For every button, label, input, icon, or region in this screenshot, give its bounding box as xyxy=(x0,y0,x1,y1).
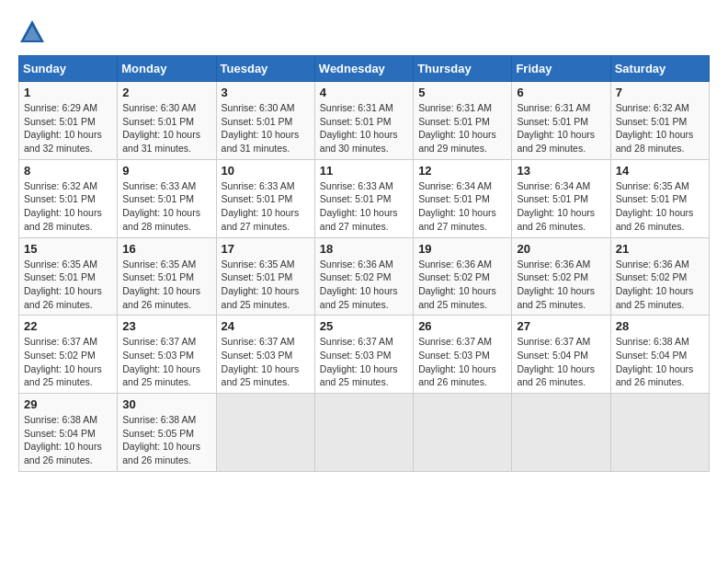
day-info: Sunrise: 6:38 AM Sunset: 5:04 PM Dayligh… xyxy=(24,413,112,467)
sunset-label: Sunset: 5:01 PM xyxy=(24,271,96,282)
header-sunday: Sunday xyxy=(19,56,118,82)
day-cell-7: 7 Sunrise: 6:32 AM Sunset: 5:01 PM Dayli… xyxy=(610,82,709,160)
sunrise-label: Sunrise: 6:33 AM xyxy=(122,180,196,191)
sunset-label: Sunset: 5:01 PM xyxy=(418,193,490,204)
day-number: 1 xyxy=(24,86,112,99)
daylight-label: Daylight: 10 hours and 28 minutes. xyxy=(616,129,694,154)
header xyxy=(18,18,710,46)
daylight-label: Daylight: 10 hours and 25 minutes. xyxy=(222,285,300,310)
day-number: 19 xyxy=(418,242,506,256)
day-number: 28 xyxy=(616,319,704,333)
day-info: Sunrise: 6:37 AM Sunset: 5:03 PM Dayligh… xyxy=(418,335,506,389)
sunrise-label: Sunrise: 6:35 AM xyxy=(122,259,196,270)
sunrise-label: Sunrise: 6:35 AM xyxy=(616,180,689,191)
day-info: Sunrise: 6:35 AM Sunset: 5:01 PM Dayligh… xyxy=(616,179,704,234)
day-number: 29 xyxy=(24,397,112,411)
daylight-label: Daylight: 10 hours and 25 minutes. xyxy=(320,285,398,310)
day-info: Sunrise: 6:29 AM Sunset: 5:01 PM Dayligh… xyxy=(24,101,112,155)
day-info: Sunrise: 6:37 AM Sunset: 5:03 PM Dayligh… xyxy=(222,335,310,389)
day-info: Sunrise: 6:37 AM Sunset: 5:03 PM Dayligh… xyxy=(122,335,210,389)
day-cell-29: 29 Sunrise: 6:38 AM Sunset: 5:04 PM Dayl… xyxy=(19,394,118,472)
sunset-label: Sunset: 5:01 PM xyxy=(24,116,96,127)
sunset-label: Sunset: 5:03 PM xyxy=(222,350,293,361)
empty-cell xyxy=(414,394,512,472)
calendar-header: SundayMondayTuesdayWednesdayThursdayFrid… xyxy=(19,56,710,82)
daylight-label: Daylight: 10 hours and 31 minutes. xyxy=(222,129,300,154)
day-info: Sunrise: 6:35 AM Sunset: 5:01 PM Dayligh… xyxy=(222,258,310,312)
day-number: 25 xyxy=(320,319,408,333)
sunrise-label: Sunrise: 6:34 AM xyxy=(517,180,590,191)
empty-cell xyxy=(314,394,413,472)
sunset-label: Sunset: 5:01 PM xyxy=(616,193,688,204)
week-row-2: 8 Sunrise: 6:32 AM Sunset: 5:01 PM Dayli… xyxy=(19,159,710,237)
day-number: 17 xyxy=(222,242,310,256)
sunrise-label: Sunrise: 6:30 AM xyxy=(222,102,295,113)
day-number: 21 xyxy=(616,242,704,256)
logo xyxy=(18,18,51,46)
header-wednesday: Wednesday xyxy=(314,56,413,82)
day-cell-9: 9 Sunrise: 6:33 AM Sunset: 5:01 PM Dayli… xyxy=(118,159,216,237)
sunset-label: Sunset: 5:01 PM xyxy=(320,193,392,204)
day-cell-28: 28 Sunrise: 6:38 AM Sunset: 5:04 PM Dayl… xyxy=(610,316,709,394)
sunrise-label: Sunrise: 6:37 AM xyxy=(222,336,295,347)
sunset-label: Sunset: 5:02 PM xyxy=(517,271,588,282)
day-number: 27 xyxy=(517,319,605,333)
day-number: 14 xyxy=(616,164,704,178)
daylight-label: Daylight: 10 hours and 27 minutes. xyxy=(222,207,300,232)
calendar-body: 1 Sunrise: 6:29 AM Sunset: 5:01 PM Dayli… xyxy=(19,82,710,472)
day-cell-1: 1 Sunrise: 6:29 AM Sunset: 5:01 PM Dayli… xyxy=(19,82,118,160)
day-cell-24: 24 Sunrise: 6:37 AM Sunset: 5:03 PM Dayl… xyxy=(216,316,314,394)
day-info: Sunrise: 6:37 AM Sunset: 5:03 PM Dayligh… xyxy=(320,335,408,389)
empty-cell xyxy=(610,394,709,472)
sunrise-label: Sunrise: 6:29 AM xyxy=(24,102,97,113)
sunset-label: Sunset: 5:02 PM xyxy=(616,271,688,282)
day-info: Sunrise: 6:30 AM Sunset: 5:01 PM Dayligh… xyxy=(122,101,210,155)
sunrise-label: Sunrise: 6:37 AM xyxy=(418,336,492,347)
day-info: Sunrise: 6:35 AM Sunset: 5:01 PM Dayligh… xyxy=(24,258,112,312)
sunrise-label: Sunrise: 6:36 AM xyxy=(616,259,689,270)
sunset-label: Sunset: 5:01 PM xyxy=(24,193,96,204)
header-row: SundayMondayTuesdayWednesdayThursdayFrid… xyxy=(19,56,710,82)
sunrise-label: Sunrise: 6:31 AM xyxy=(517,102,590,113)
day-info: Sunrise: 6:38 AM Sunset: 5:04 PM Dayligh… xyxy=(616,335,704,389)
daylight-label: Daylight: 10 hours and 28 minutes. xyxy=(24,207,102,232)
header-thursday: Thursday xyxy=(414,56,512,82)
day-info: Sunrise: 6:32 AM Sunset: 5:01 PM Dayligh… xyxy=(24,179,112,234)
day-number: 2 xyxy=(122,86,210,99)
day-cell-13: 13 Sunrise: 6:34 AM Sunset: 5:01 PM Dayl… xyxy=(512,159,610,237)
day-number: 26 xyxy=(418,319,506,333)
day-info: Sunrise: 6:33 AM Sunset: 5:01 PM Dayligh… xyxy=(222,179,310,234)
sunrise-label: Sunrise: 6:35 AM xyxy=(222,259,295,270)
day-cell-4: 4 Sunrise: 6:31 AM Sunset: 5:01 PM Dayli… xyxy=(314,82,413,160)
sunrise-label: Sunrise: 6:37 AM xyxy=(24,336,97,347)
sunrise-label: Sunrise: 6:38 AM xyxy=(24,414,97,425)
sunset-label: Sunset: 5:01 PM xyxy=(320,116,392,127)
daylight-label: Daylight: 10 hours and 31 minutes. xyxy=(122,129,200,154)
sunrise-label: Sunrise: 6:31 AM xyxy=(418,102,492,113)
sunset-label: Sunset: 5:01 PM xyxy=(616,116,688,127)
day-info: Sunrise: 6:32 AM Sunset: 5:01 PM Dayligh… xyxy=(616,101,704,155)
day-cell-14: 14 Sunrise: 6:35 AM Sunset: 5:01 PM Dayl… xyxy=(610,159,709,237)
day-number: 11 xyxy=(320,164,408,178)
day-info: Sunrise: 6:36 AM Sunset: 5:02 PM Dayligh… xyxy=(517,258,605,312)
sunset-label: Sunset: 5:01 PM xyxy=(122,116,194,127)
sunrise-label: Sunrise: 6:35 AM xyxy=(24,259,97,270)
day-number: 8 xyxy=(24,164,112,178)
day-info: Sunrise: 6:34 AM Sunset: 5:01 PM Dayligh… xyxy=(517,179,605,234)
sunrise-label: Sunrise: 6:31 AM xyxy=(320,102,393,113)
sunrise-label: Sunrise: 6:36 AM xyxy=(320,259,393,270)
day-info: Sunrise: 6:35 AM Sunset: 5:01 PM Dayligh… xyxy=(122,258,210,312)
daylight-label: Daylight: 10 hours and 25 minutes. xyxy=(320,363,398,388)
header-tuesday: Tuesday xyxy=(216,56,314,82)
day-cell-25: 25 Sunrise: 6:37 AM Sunset: 5:03 PM Dayl… xyxy=(314,316,413,394)
day-cell-22: 22 Sunrise: 6:37 AM Sunset: 5:02 PM Dayl… xyxy=(19,316,118,394)
day-cell-8: 8 Sunrise: 6:32 AM Sunset: 5:01 PM Dayli… xyxy=(19,159,118,237)
day-number: 15 xyxy=(24,242,112,256)
day-number: 24 xyxy=(222,319,310,333)
sunset-label: Sunset: 5:01 PM xyxy=(222,271,293,282)
day-number: 3 xyxy=(222,86,310,99)
week-row-5: 29 Sunrise: 6:38 AM Sunset: 5:04 PM Dayl… xyxy=(19,394,710,472)
sunrise-label: Sunrise: 6:32 AM xyxy=(616,102,689,113)
day-number: 10 xyxy=(222,164,310,178)
sunset-label: Sunset: 5:03 PM xyxy=(122,350,194,361)
